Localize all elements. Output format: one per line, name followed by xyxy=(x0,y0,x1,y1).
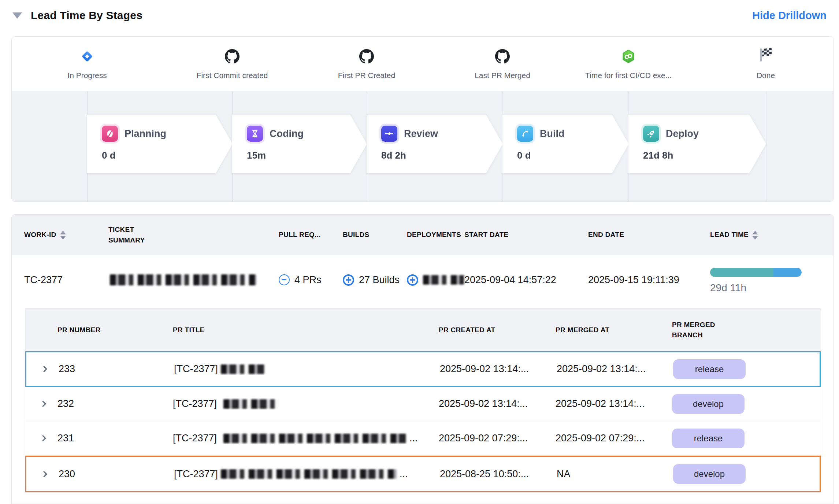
work-item-row[interactable]: TC-2377 4 PRs 27 Builds 2025-09-04 14:57… xyxy=(12,255,834,304)
coding-icon xyxy=(247,126,263,142)
row-expander-chevron-icon[interactable] xyxy=(39,399,57,409)
work-table-header: WORK-ID TICKET SUMMARY PULL REQ... BUILD… xyxy=(12,215,834,255)
milestone-label: Time for first CI/CD exe... xyxy=(585,71,672,80)
pr-row-233[interactable]: 233 [TC-2377] 2025-09-02 13:14:... 2025-… xyxy=(25,351,821,387)
stage-chevron-planning: Planning 0 d xyxy=(87,115,233,173)
pull-requests-count: 4 PRs xyxy=(294,274,322,286)
work-id-cell: TC-2377 xyxy=(24,274,108,286)
milestone-cicd: Time for first CI/CD exe... xyxy=(552,47,705,80)
branch-badge: develop xyxy=(672,394,745,414)
pr-row-231[interactable]: 231 [TC-2377] ... 2025-09-02 07:29:... 2… xyxy=(25,421,821,456)
column-header-pr-merged-branch: PR MERGED BRANCH xyxy=(672,320,807,341)
redacted-deployments xyxy=(423,275,464,285)
column-header-work-id[interactable]: WORK-ID xyxy=(24,230,108,240)
row-expander-chevron-icon[interactable] xyxy=(40,469,59,479)
pr-merged-branch-cell: develop xyxy=(673,464,806,484)
pr-title-ellipsis: ... xyxy=(409,433,418,444)
pr-created-at-cell: 2025-09-02 07:29:... xyxy=(439,433,556,444)
pr-merged-branch-cell: release xyxy=(673,359,806,379)
pr-merged-at-cell: 2025-09-02 07:29:... xyxy=(556,433,672,444)
column-header-deployments: DEPLOYMENTS xyxy=(407,230,464,240)
deploy-icon xyxy=(643,126,659,142)
pr-number-cell: 231 xyxy=(57,433,173,444)
section-header: Lead Time By Stages Hide Drilldown xyxy=(12,7,827,23)
redacted-pr-title xyxy=(221,364,265,374)
column-header-pr-merged-at: PR MERGED AT xyxy=(556,325,672,336)
expand-builds-icon[interactable] xyxy=(343,274,354,286)
github-icon xyxy=(495,47,510,66)
pr-merged-at-cell: 2025-09-02 13:14:... xyxy=(557,363,673,375)
column-header-pr-created-at: PR CREATED AT xyxy=(439,325,556,336)
work-items-card: WORK-ID TICKET SUMMARY PULL REQ... BUILD… xyxy=(11,214,834,504)
pr-table: PR NUMBER PR TITLE PR CREATED AT PR MERG… xyxy=(25,308,821,493)
redacted-ticket-summary xyxy=(110,274,256,285)
branch-badge: release xyxy=(673,359,746,379)
pr-row-230[interactable]: 230 [TC-2377] ... 2025-08-25 10:50:... N… xyxy=(25,456,821,492)
redacted-pr-title xyxy=(223,434,406,443)
pr-created-at-cell: 2025-08-25 10:50:... xyxy=(440,468,557,480)
pr-title-prefix: [TC-2377] xyxy=(174,468,218,480)
lead-time-bar xyxy=(710,268,802,277)
stage-name: Coding xyxy=(270,128,304,140)
builds-cell: 27 Builds xyxy=(343,274,407,286)
pr-merged-at-cell: NA xyxy=(557,468,673,480)
pr-number-cell: 232 xyxy=(57,398,173,410)
pr-title-cell: [TC-2377] xyxy=(173,398,439,410)
lead-time-bar-blue-segment xyxy=(773,268,802,277)
ticket-summary-cell xyxy=(108,274,279,285)
stage-duration: 15m xyxy=(247,150,367,161)
row-expander-chevron-icon[interactable] xyxy=(40,364,59,374)
collapse-prs-icon[interactable] xyxy=(279,274,290,285)
milestone-label: First Commit created xyxy=(197,71,268,80)
redacted-pr-title xyxy=(221,469,397,479)
milestone-strip: In Progress First Commit created First P… xyxy=(12,37,834,91)
stage-name: Build xyxy=(540,128,565,140)
review-icon xyxy=(381,126,397,142)
branch-badge: develop xyxy=(673,464,746,484)
stage-duration: 0 d xyxy=(102,150,233,161)
redacted-pr-title xyxy=(223,399,278,409)
milestone-label: Last PR Merged xyxy=(475,71,530,80)
stage-chevron-coding: Coding 15m xyxy=(232,115,367,173)
stage-name: Planning xyxy=(125,128,166,140)
start-date-cell: 2025-09-04 14:57:22 xyxy=(464,274,588,286)
expand-deployments-icon[interactable] xyxy=(407,274,418,286)
hide-drilldown-link[interactable]: Hide Drilldown xyxy=(752,10,827,22)
stage-duration: 21d 8h xyxy=(643,150,766,161)
pr-table-header: PR NUMBER PR TITLE PR CREATED AT PR MERG… xyxy=(25,308,821,351)
pr-merged-at-cell: 2025-09-02 13:14:... xyxy=(556,398,672,410)
column-header-ticket-summary: TICKET SUMMARY xyxy=(108,225,279,245)
column-header-lead-time[interactable]: LEAD TIME xyxy=(710,230,821,240)
pr-title-cell: [TC-2377] ... xyxy=(174,468,440,480)
pr-title-ellipsis: ... xyxy=(400,468,408,480)
deployments-cell xyxy=(407,274,464,286)
stage-chevron-deploy: Deploy 21d 8h xyxy=(628,115,766,173)
column-header-pull-requests: PULL REQ... xyxy=(279,230,343,240)
finish-flag-icon xyxy=(758,47,774,66)
sort-icon[interactable] xyxy=(752,231,758,240)
milestone-first-pr: First PR Created xyxy=(290,47,443,80)
pr-number-cell: 233 xyxy=(59,363,174,375)
column-header-builds: BUILDS xyxy=(343,230,407,240)
row-expander-chevron-icon[interactable] xyxy=(39,433,57,443)
pr-title-prefix: [TC-2377] xyxy=(173,433,217,444)
column-header-start-date: START DATE xyxy=(464,230,588,240)
lead-time-bar-teal-segment xyxy=(710,268,773,277)
stage-duration: 8d 2h xyxy=(381,150,503,161)
stage-chevron-review: Review 8d 2h xyxy=(367,115,503,173)
sort-icon[interactable] xyxy=(60,231,66,240)
branch-badge: release xyxy=(672,429,745,448)
collapse-triangle-icon[interactable] xyxy=(12,12,22,19)
stage-name: Deploy xyxy=(666,128,699,140)
github-icon xyxy=(225,47,240,66)
github-icon xyxy=(359,47,374,66)
column-header-pr-title: PR TITLE xyxy=(173,325,439,336)
milestone-label: In Progress xyxy=(67,71,107,80)
lead-time-value: 29d 11h xyxy=(710,282,821,294)
pr-created-at-cell: 2025-09-02 13:14:... xyxy=(440,363,557,375)
milestone-first-commit: First Commit created xyxy=(155,47,309,80)
page-title: Lead Time By Stages xyxy=(31,9,142,22)
pr-row-232[interactable]: 232 [TC-2377] 2025-09-02 13:14:... 2025-… xyxy=(25,387,821,421)
pr-title-prefix: [TC-2377] xyxy=(173,398,217,410)
planning-icon xyxy=(102,126,118,142)
